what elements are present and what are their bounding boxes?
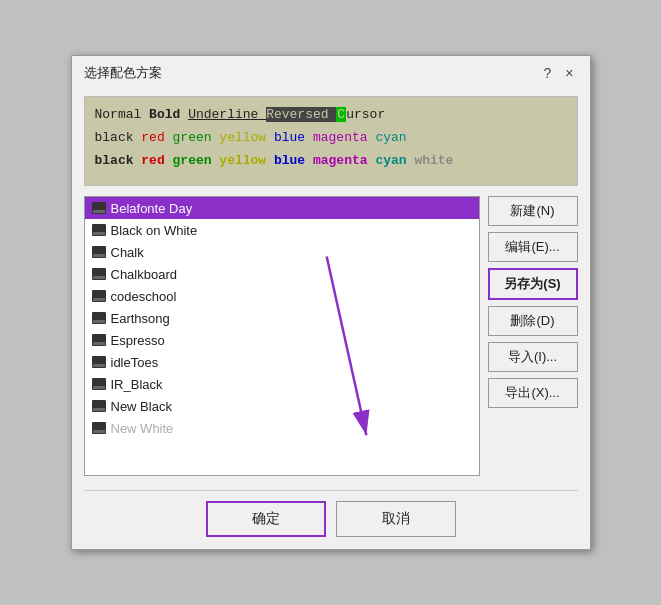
preview-line1: Normal Bold Underline Reversed Cursor: [95, 105, 567, 126]
scheme-icon-new-white: [91, 420, 107, 436]
p3-blue: blue: [274, 153, 313, 168]
preview-cursor-rest: ursor: [346, 107, 385, 122]
export-button[interactable]: 导出(X)...: [488, 378, 578, 408]
p3-white: white: [414, 153, 453, 168]
p3-cyan: cyan: [375, 153, 414, 168]
p3-magenta: magenta: [313, 153, 375, 168]
list-item-label: Belafonte Day: [111, 201, 193, 216]
scheme-icon-codeschool: [91, 288, 107, 304]
help-button[interactable]: ?: [540, 66, 556, 80]
preview-bold: Bold: [149, 107, 188, 122]
delete-button[interactable]: 删除(D): [488, 306, 578, 336]
title-controls: ? ×: [540, 66, 578, 80]
preview-normal: Normal: [95, 107, 150, 122]
scheme-icon-chalkboard: [91, 266, 107, 282]
list-item-label: Earthsong: [111, 311, 170, 326]
preview-line2: black red green yellow blue magenta cyan: [95, 128, 567, 149]
list-item[interactable]: New White: [85, 417, 479, 439]
save-as-button[interactable]: 另存为(S): [488, 268, 578, 300]
close-button[interactable]: ×: [561, 66, 577, 80]
dialog-title: 选择配色方案: [84, 64, 162, 82]
preview-line3: black red green yellow blue magenta cyan…: [95, 151, 567, 172]
scheme-icon-ir-black: [91, 376, 107, 392]
new-button[interactable]: 新建(N): [488, 196, 578, 226]
preview-area: Normal Bold Underline Reversed Cursor bl…: [84, 96, 578, 186]
bottom-row: 确定 取消: [84, 490, 578, 537]
scheme-icon-black-on-white: [91, 222, 107, 238]
p3-black: black: [95, 153, 142, 168]
list-item-label: New Black: [111, 399, 172, 414]
color-scheme-dialog: 选择配色方案 ? × Normal Bold Underline Reverse…: [71, 55, 591, 550]
p2-cyan: cyan: [375, 130, 406, 145]
preview-reversed: Reversed: [266, 107, 336, 122]
edit-button[interactable]: 编辑(E)...: [488, 232, 578, 262]
list-item-label: Black on White: [111, 223, 198, 238]
list-item-label: New White: [111, 421, 174, 436]
scheme-icon-new-black: [91, 398, 107, 414]
p3-red: red: [141, 153, 172, 168]
scheme-list-container: Belafonte Day Black on White Chalk Chalk…: [84, 196, 480, 476]
list-item[interactable]: Chalkboard: [85, 263, 479, 285]
p2-red: red: [141, 130, 172, 145]
p2-green: green: [173, 130, 220, 145]
dialog-body: Normal Bold Underline Reversed Cursor bl…: [72, 88, 590, 549]
p2-yellow: yellow: [219, 130, 274, 145]
list-item-label: Espresso: [111, 333, 165, 348]
list-item[interactable]: codeschool: [85, 285, 479, 307]
title-bar: 选择配色方案 ? ×: [72, 56, 590, 88]
preview-cursor: C: [336, 107, 346, 122]
list-item[interactable]: Black on White: [85, 219, 479, 241]
preview-underline: Underline: [188, 107, 266, 122]
p3-green: green: [173, 153, 220, 168]
list-item-label: Chalk: [111, 245, 144, 260]
p2-black: black: [95, 130, 142, 145]
p2-blue: blue: [274, 130, 313, 145]
scheme-icon-earthsong: [91, 310, 107, 326]
scheme-icon-espresso: [91, 332, 107, 348]
scheme-icon-idletoes: [91, 354, 107, 370]
list-item[interactable]: Espresso: [85, 329, 479, 351]
p2-magenta: magenta: [313, 130, 375, 145]
list-item-label: idleToes: [111, 355, 159, 370]
list-item[interactable]: idleToes: [85, 351, 479, 373]
action-buttons: 新建(N) 编辑(E)... 另存为(S) 删除(D) 导入(I)... 导出(…: [488, 196, 578, 476]
import-button[interactable]: 导入(I)...: [488, 342, 578, 372]
list-item[interactable]: IR_Black: [85, 373, 479, 395]
scheme-list-scroll[interactable]: Belafonte Day Black on White Chalk Chalk…: [85, 197, 479, 475]
list-item[interactable]: New Black: [85, 395, 479, 417]
scheme-icon-chalk: [91, 244, 107, 260]
cancel-button[interactable]: 取消: [336, 501, 456, 537]
confirm-button[interactable]: 确定: [206, 501, 326, 537]
content-row: Belafonte Day Black on White Chalk Chalk…: [84, 196, 578, 476]
list-item[interactable]: Chalk: [85, 241, 479, 263]
list-item-label: IR_Black: [111, 377, 163, 392]
list-item[interactable]: Earthsong: [85, 307, 479, 329]
list-item-label: Chalkboard: [111, 267, 178, 282]
scheme-icon-belafonte: [91, 200, 107, 216]
p3-yellow: yellow: [219, 153, 274, 168]
list-item-label: codeschool: [111, 289, 177, 304]
list-item[interactable]: Belafonte Day: [85, 197, 479, 219]
